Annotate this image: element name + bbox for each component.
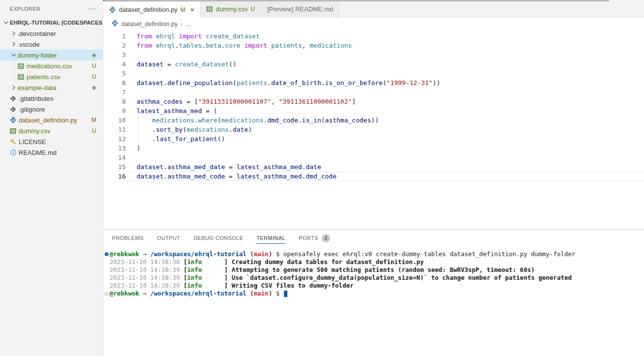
tab-preview-readme-md[interactable]: [Preview] README.md xyxy=(261,0,339,18)
line-number[interactable]: 11 xyxy=(103,125,126,134)
panel-tab-label: PORTS xyxy=(299,235,318,241)
tree-item-label: patients.csv xyxy=(27,73,92,81)
code-line-content[interactable]: .last_for_patient() xyxy=(126,134,644,144)
csv-file-icon xyxy=(18,62,27,70)
panel-tab-problems[interactable]: PROBLEMS xyxy=(112,230,143,246)
code-line-content[interactable]: asthma_codes = ["39113311000001107", "39… xyxy=(126,97,644,106)
code-line-content[interactable]: .sort_by(medications.date) xyxy=(126,125,644,134)
code-token: asthma_codes xyxy=(325,117,371,124)
code-line-content[interactable] xyxy=(126,88,644,97)
code-line-content[interactable]: ) xyxy=(126,144,644,153)
terminal-line-text: 2023-11-10 14:38:39 [info ] Writing CSV … xyxy=(110,282,354,290)
line-number[interactable]: 15 xyxy=(103,162,126,172)
git-status-badge: U xyxy=(92,73,103,80)
line-number[interactable]: 6 xyxy=(103,78,126,88)
terminal-bracket-open: [ xyxy=(184,282,188,289)
line-number[interactable]: 2 xyxy=(103,41,126,50)
panel-tab-label: DEBUG CONSOLE xyxy=(194,235,243,241)
terminal-level-pad xyxy=(202,266,224,273)
code-token: latest_asthma_med xyxy=(237,173,302,180)
close-icon[interactable]: × xyxy=(190,6,194,14)
tab-label: [Preview] README.md xyxy=(267,5,333,13)
tree-root-ehrql-tutorial[interactable]: EHRQL-TUTORIAL [CODESPACES:... xyxy=(0,17,103,28)
code-token: create_dataset xyxy=(175,60,229,68)
terminal-log-line: 2023-11-10 14:38:38 [info ] Creating dum… xyxy=(103,258,644,266)
line-number[interactable]: 9 xyxy=(103,106,126,116)
tree-item-dummy-folder[interactable]: dummy-folder xyxy=(0,50,103,60)
tree-item-gitattributes[interactable]: .gitattributes xyxy=(0,93,103,104)
terminal-user: @rebkwok xyxy=(110,250,139,258)
code-token: core xyxy=(225,42,240,49)
line-number[interactable]: 1 xyxy=(103,31,126,41)
tabbar-scrollbar[interactable] xyxy=(104,0,609,1)
tree-item-readme-md[interactable]: README.md xyxy=(0,147,103,158)
code-line-content[interactable]: medications.where(medications.dmd_code.i… xyxy=(126,116,644,125)
code-token: ehrql xyxy=(156,32,175,40)
code-token: tables xyxy=(179,42,202,49)
terminal-git-branch: main xyxy=(254,290,269,297)
terminal-command: opensafely exec ehrql:v0 create-dummy-ta… xyxy=(283,250,576,258)
tab-dataset-definition-py[interactable]: dataset_definition.pyM× xyxy=(103,0,200,18)
code-line-content[interactable]: from ehrql import create_dataset xyxy=(126,31,644,41)
code-token: "39113311000001107" xyxy=(198,98,271,105)
line-number[interactable]: 8 xyxy=(103,97,126,106)
panel-tab-terminal[interactable]: TERMINAL xyxy=(256,230,285,246)
code-token: dataset xyxy=(137,173,164,180)
tree-item-gitignore[interactable]: .gitignore xyxy=(0,104,103,115)
code-editor[interactable]: 1from ehrql import create_dataset2from e… xyxy=(103,30,644,229)
tree-item-example-data[interactable]: example-data xyxy=(0,82,103,93)
explorer-header: EXPLORER ⋯ xyxy=(0,0,103,17)
code-token: asthma_codes xyxy=(137,98,183,105)
code-line-content[interactable]: dataset.asthma_med_date = latest_asthma_… xyxy=(126,162,644,172)
line-number[interactable]: 5 xyxy=(103,69,126,78)
code-line-2: 2from ehrql.tables.beta.core import pati… xyxy=(103,41,644,50)
terminal[interactable]: @rebkwok → /workspaces/ehrql-tutorial (m… xyxy=(103,246,644,356)
line-number[interactable]: 3 xyxy=(103,50,126,59)
tree-item-medications-csv[interactable]: medications.csvU xyxy=(0,60,103,71)
code-token: dataset xyxy=(137,163,164,171)
tree-item-vscode[interactable]: .vscode xyxy=(0,39,103,50)
terminal-log-line: 2023-11-10 14:38:39 [info ] Attempting t… xyxy=(103,266,644,274)
code-line-content[interactable]: dataset = create_dataset() xyxy=(126,59,644,69)
terminal-log-level: info xyxy=(187,282,202,289)
line-number[interactable]: 12 xyxy=(103,134,126,144)
code-line-content[interactable] xyxy=(126,153,644,162)
tree-item-patients-csv[interactable]: patients.csvU xyxy=(0,71,103,82)
code-line-content[interactable]: dataset.asthma_med_code = latest_asthma_… xyxy=(126,172,644,181)
tree-item-devcontainer[interactable]: .devcontainer xyxy=(0,28,103,39)
tab-bar: dataset_definition.pyM×dummy.csvU[Previe… xyxy=(103,0,644,18)
terminal-line-text: @rebkwok → /workspaces/ehrql-tutorial (m… xyxy=(110,250,575,258)
code-line-content[interactable] xyxy=(126,69,644,78)
code-line-content[interactable]: from ehrql.tables.beta.core import patie… xyxy=(126,41,644,50)
line-number[interactable]: 10 xyxy=(103,116,126,125)
file-tree: EHRQL-TUTORIAL [CODESPACES:... .devconta… xyxy=(0,17,103,356)
line-number[interactable]: 14 xyxy=(103,153,126,162)
key-icon xyxy=(10,138,19,146)
code-line-content[interactable]: latest_asthma_med = ( xyxy=(126,106,644,116)
tree-item-license[interactable]: LICENSE xyxy=(0,136,103,147)
code-token: last_for_patient xyxy=(156,135,217,143)
panel-tab-debug-console[interactable]: DEBUG CONSOLE xyxy=(194,230,243,246)
line-number[interactable]: 16 xyxy=(103,172,126,181)
terminal-prompt-line: @rebkwok → /workspaces/ehrql-tutorial (m… xyxy=(103,250,644,258)
editor-main-area: dataset_definition.pyM×dummy.csvU[Previe… xyxy=(103,0,644,356)
line-number[interactable]: 7 xyxy=(103,88,126,97)
more-actions-icon[interactable]: ⋯ xyxy=(88,6,96,11)
tree-item-label: .devcontainer xyxy=(18,30,103,37)
breadcrumb-file[interactable]: dataset_definition.py xyxy=(121,21,178,28)
code-line-content[interactable] xyxy=(126,50,644,59)
code-token: patients xyxy=(271,42,302,49)
line-number[interactable]: 4 xyxy=(103,59,126,69)
code-token: = [ xyxy=(183,98,198,105)
code-line-content[interactable]: dataset.define_population(patients.date_… xyxy=(126,78,644,88)
code-token xyxy=(152,42,156,49)
panel-tab-output[interactable]: OUTPUT xyxy=(157,230,180,246)
csv-file-icon xyxy=(18,73,27,81)
tree-item-dataset-definition-py[interactable]: dataset_definition.pyM xyxy=(0,115,103,125)
breadcrumb-ellipsis[interactable]: … xyxy=(186,21,192,28)
line-number[interactable]: 13 xyxy=(103,144,126,153)
tab-dummy-csv[interactable]: dummy.csvU xyxy=(200,0,261,18)
breadcrumb[interactable]: dataset_definition.py › … xyxy=(103,18,644,30)
tree-item-dummy-csv[interactable]: dummy.csvU xyxy=(0,125,103,136)
panel-tab-ports[interactable]: PORTS3 xyxy=(299,230,330,246)
